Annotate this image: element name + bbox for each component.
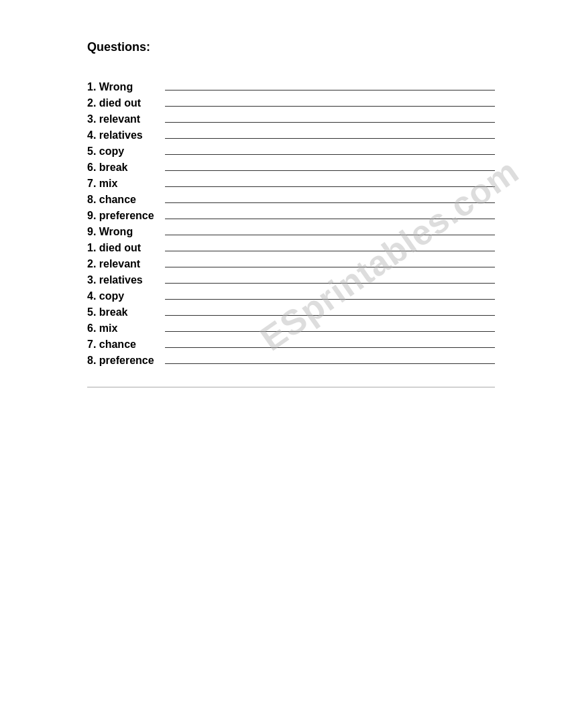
page: Questions: 1. Wrong2. died out3. relevan… <box>0 0 562 728</box>
question-answer-line[interactable] <box>165 347 495 348</box>
list-item: 5. break <box>87 306 495 318</box>
list-item: 8. chance <box>87 194 495 206</box>
question-answer-line[interactable] <box>165 283 495 284</box>
question-label: 3. relatives <box>87 274 161 286</box>
question-label: 4. copy <box>87 290 161 302</box>
question-answer-line[interactable] <box>165 219 495 219</box>
list-item: 8. preference <box>87 355 495 367</box>
list-item: 6. break <box>87 162 495 174</box>
list-item: 4. relatives <box>87 129 495 141</box>
list-item: 1. Wrong <box>87 81 495 93</box>
question-label: 7. mix <box>87 178 161 190</box>
question-answer-line[interactable] <box>165 186 495 187</box>
question-answer-line[interactable] <box>165 170 495 171</box>
question-answer-line[interactable] <box>165 90 495 90</box>
list-item: 2. relevant <box>87 258 495 270</box>
question-label: 2. died out <box>87 97 161 109</box>
list-item: 9. Wrong <box>87 226 495 238</box>
question-answer-line[interactable] <box>165 299 495 300</box>
question-label: 8. preference <box>87 355 161 367</box>
question-answer-line[interactable] <box>165 202 495 203</box>
list-item: 5. copy <box>87 145 495 158</box>
question-answer-line[interactable] <box>165 267 495 267</box>
question-label: 7. chance <box>87 339 161 351</box>
question-label: 3. relevant <box>87 113 161 125</box>
question-label: 6. mix <box>87 322 161 335</box>
list-item: 7. mix <box>87 178 495 190</box>
list-item: 1. died out <box>87 242 495 254</box>
question-answer-line[interactable] <box>165 363 495 364</box>
page-divider <box>87 387 495 387</box>
question-label: 1. died out <box>87 242 161 254</box>
question-answer-line[interactable] <box>165 122 495 123</box>
page-title: Questions: <box>87 40 495 54</box>
question-label: 5. copy <box>87 145 161 158</box>
list-item: 3. relatives <box>87 274 495 286</box>
question-label: 2. relevant <box>87 258 161 270</box>
question-label: 9. preference <box>87 210 161 222</box>
question-list: 1. Wrong2. died out3. relevant4. relativ… <box>87 81 495 367</box>
question-label: 5. break <box>87 306 161 318</box>
question-answer-line[interactable] <box>165 106 495 107</box>
question-answer-line[interactable] <box>165 154 495 155</box>
question-label: 1. Wrong <box>87 81 161 93</box>
list-item: 7. chance <box>87 339 495 351</box>
question-answer-line[interactable] <box>165 331 495 332</box>
question-label: 4. relatives <box>87 129 161 141</box>
question-label: 8. chance <box>87 194 161 206</box>
question-answer-line[interactable] <box>165 235 495 235</box>
list-item: 6. mix <box>87 322 495 335</box>
question-answer-line[interactable] <box>165 251 495 251</box>
question-label: 6. break <box>87 162 161 174</box>
question-answer-line[interactable] <box>165 138 495 139</box>
list-item: 4. copy <box>87 290 495 302</box>
question-answer-line[interactable] <box>165 315 495 316</box>
question-label: 9. Wrong <box>87 226 161 238</box>
list-item: 3. relevant <box>87 113 495 125</box>
list-item: 9. preference <box>87 210 495 222</box>
list-item: 2. died out <box>87 97 495 109</box>
